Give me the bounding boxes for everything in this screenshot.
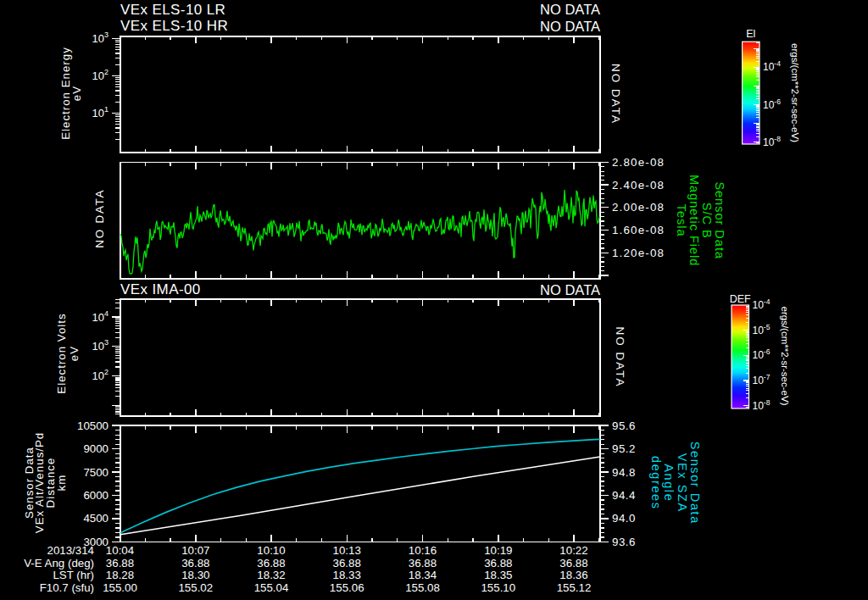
- svg-text:155.12: 155.12: [557, 581, 592, 594]
- svg-text:155.00: 155.00: [103, 581, 137, 594]
- svg-text:155.02: 155.02: [178, 581, 213, 594]
- svg-text:94.8: 94.8: [612, 466, 636, 479]
- svg-text:155.06: 155.06: [330, 581, 364, 594]
- svg-text:4500: 4500: [83, 512, 108, 525]
- svg-text:1.20e-08: 1.20e-08: [612, 247, 665, 259]
- svg-text:10:07: 10:07: [181, 544, 209, 557]
- svg-text:Sensor Data: Sensor Data: [713, 181, 726, 259]
- svg-text:NO DATA: NO DATA: [540, 282, 600, 297]
- svg-text:10:19: 10:19: [484, 544, 512, 557]
- svg-text:Electron Volts: Electron Volts: [55, 313, 68, 393]
- svg-text:36.88: 36.88: [181, 557, 209, 569]
- svg-text:10:04: 10:04: [106, 544, 134, 557]
- svg-text:Sensor Data: Sensor Data: [688, 442, 702, 525]
- svg-text:ergs/(cm**2-sr-sec-eV): ergs/(cm**2-sr-sec-eV): [780, 307, 790, 406]
- svg-text:NO DATA: NO DATA: [540, 2, 600, 17]
- svg-text:94.4: 94.4: [612, 489, 636, 502]
- svg-text:VEx SZA: VEx SZA: [676, 453, 689, 513]
- svg-text:18.28: 18.28: [106, 569, 134, 581]
- svg-text:10:16: 10:16: [409, 544, 437, 557]
- svg-text:Tesla: Tesla: [675, 204, 688, 237]
- svg-text:ergs/(cm**2-sr-sec-eV): ergs/(cm**2-sr-sec-eV): [790, 43, 800, 142]
- svg-text:Angle: Angle: [662, 464, 676, 502]
- svg-text:6000: 6000: [83, 489, 108, 502]
- svg-text:95.6: 95.6: [612, 419, 636, 432]
- svg-text:VEx ELS-10 HR: VEx ELS-10 HR: [120, 18, 228, 34]
- svg-text:36.88: 36.88: [559, 557, 587, 569]
- svg-text:10:10: 10:10: [257, 544, 285, 557]
- svg-text:10:13: 10:13: [333, 544, 361, 557]
- svg-text:18.34: 18.34: [409, 569, 437, 581]
- svg-text:18.35: 18.35: [484, 569, 512, 581]
- svg-text:eV: eV: [68, 346, 81, 361]
- svg-text:155.08: 155.08: [405, 581, 440, 594]
- svg-text:1.60e-08: 1.60e-08: [612, 224, 665, 236]
- svg-text:VEx ELS-10 LR: VEx ELS-10 LR: [120, 2, 225, 18]
- svg-text:36.88: 36.88: [257, 557, 285, 569]
- svg-text:94.0: 94.0: [612, 512, 636, 525]
- svg-text:DEF: DEF: [730, 293, 751, 305]
- svg-text:36.88: 36.88: [333, 557, 361, 569]
- svg-text:NO DATA: NO DATA: [609, 64, 622, 125]
- svg-text:V-E Ang (deg): V-E Ang (deg): [24, 557, 94, 569]
- svg-text:36.88: 36.88: [409, 557, 437, 569]
- svg-text:2013/314: 2013/314: [47, 544, 94, 557]
- svg-text:155.04: 155.04: [254, 581, 289, 594]
- svg-text:36.88: 36.88: [484, 557, 512, 569]
- svg-text:18.36: 18.36: [559, 569, 587, 581]
- svg-text:VEx IMA-00: VEx IMA-00: [120, 281, 201, 297]
- svg-text:18.32: 18.32: [257, 569, 285, 581]
- svg-text:155.10: 155.10: [481, 581, 515, 594]
- svg-text:36.88: 36.88: [106, 557, 134, 569]
- svg-text:2.40e-08: 2.40e-08: [612, 179, 665, 192]
- svg-text:18.30: 18.30: [181, 569, 209, 581]
- svg-text:NO DATA: NO DATA: [540, 19, 600, 34]
- svg-text:18.33: 18.33: [333, 569, 361, 581]
- svg-text:degrees: degrees: [649, 456, 663, 510]
- svg-text:eV: eV: [70, 86, 83, 101]
- svg-text:NO DATA: NO DATA: [614, 326, 626, 387]
- svg-text:NO DATA: NO DATA: [93, 189, 106, 248]
- svg-text:S/C B: S/C B: [700, 203, 714, 239]
- svg-text:93.6: 93.6: [612, 536, 636, 548]
- svg-text:7500: 7500: [83, 466, 108, 479]
- svg-text:Magnetic Field: Magnetic Field: [687, 175, 701, 266]
- svg-text:10500: 10500: [77, 419, 108, 432]
- svg-text:10:22: 10:22: [559, 544, 587, 557]
- svg-text:km: km: [55, 475, 68, 492]
- svg-text:9000: 9000: [83, 442, 108, 455]
- svg-text:2.00e-08: 2.00e-08: [612, 201, 665, 214]
- svg-text:95.2: 95.2: [612, 442, 636, 455]
- svg-text:El: El: [746, 28, 755, 40]
- svg-text:LST (hr): LST (hr): [53, 569, 94, 581]
- svg-text:2.80e-08: 2.80e-08: [612, 156, 665, 169]
- svg-text:F10.7 (sfu): F10.7 (sfu): [40, 581, 94, 594]
